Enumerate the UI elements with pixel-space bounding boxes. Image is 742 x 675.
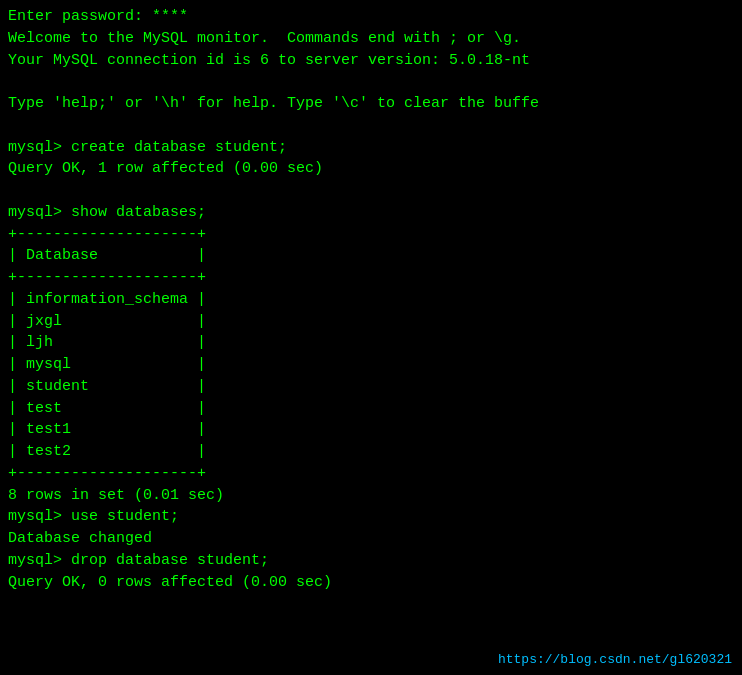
terminal-line: mysql> show databases;	[8, 202, 734, 224]
terminal-line: mysql> create database student;	[8, 137, 734, 159]
terminal-line: Welcome to the MySQL monitor. Commands e…	[8, 28, 734, 50]
terminal-line: | information_schema |	[8, 289, 734, 311]
terminal-line: Type 'help;' or '\h' for help. Type '\c'…	[8, 93, 734, 115]
terminal-line	[8, 71, 734, 93]
terminal-line	[8, 115, 734, 137]
terminal-line: | mysql |	[8, 354, 734, 376]
terminal-window: Enter password: ****Welcome to the MySQL…	[0, 0, 742, 675]
terminal-line: | student |	[8, 376, 734, 398]
terminal-line: +--------------------+	[8, 463, 734, 485]
terminal-line: Query OK, 0 rows affected (0.00 sec)	[8, 572, 734, 594]
terminal-line: +--------------------+	[8, 224, 734, 246]
terminal-line: Your MySQL connection id is 6 to server …	[8, 50, 734, 72]
terminal-line: | test2 |	[8, 441, 734, 463]
terminal-line: Query OK, 1 row affected (0.00 sec)	[8, 158, 734, 180]
terminal-line: 8 rows in set (0.01 sec)	[8, 485, 734, 507]
terminal-line: +--------------------+	[8, 267, 734, 289]
terminal-line: | jxgl |	[8, 311, 734, 333]
terminal-line: mysql> drop database student;	[8, 550, 734, 572]
terminal-line: Database changed	[8, 528, 734, 550]
terminal-line	[8, 180, 734, 202]
terminal-line: Enter password: ****	[8, 6, 734, 28]
terminal-line: | ljh |	[8, 332, 734, 354]
terminal-line: | Database |	[8, 245, 734, 267]
terminal-output: Enter password: ****Welcome to the MySQL…	[8, 6, 734, 593]
terminal-line: | test1 |	[8, 419, 734, 441]
terminal-line: | test |	[8, 398, 734, 420]
terminal-line: mysql> use student;	[8, 506, 734, 528]
watermark: https://blog.csdn.net/gl620321	[498, 652, 732, 667]
